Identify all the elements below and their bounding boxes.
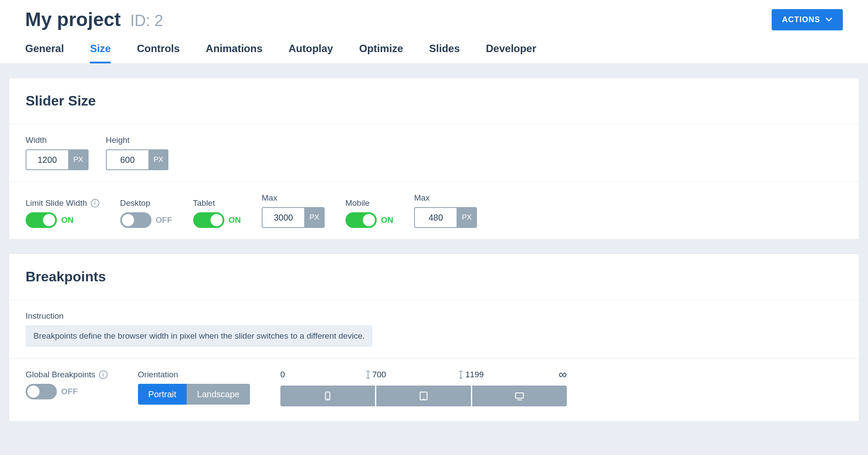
tablet-max-label: Max [262, 193, 325, 203]
desktop-field: Desktop OFF [120, 198, 172, 228]
mobile-state: ON [381, 215, 394, 225]
desktop-icon [514, 391, 525, 401]
info-icon[interactable]: i [91, 199, 99, 208]
tab-autoplay[interactable]: Autoplay [289, 43, 333, 63]
tab-controls[interactable]: Controls [137, 43, 180, 63]
slider-size-title: Slider Size [9, 78, 859, 124]
tab-size[interactable]: Size [90, 43, 111, 63]
actions-button-label: ACTIONS [782, 15, 820, 24]
limit-slide-width-label: Limit Slide Width [26, 198, 87, 208]
global-breakpoints-toggle[interactable] [26, 384, 57, 399]
mobile-icon [322, 391, 333, 401]
height-unit: PX [148, 149, 169, 170]
project-id: ID: 2 [130, 12, 163, 30]
text-cursor-icon [458, 370, 464, 379]
info-icon[interactable]: i [99, 370, 108, 379]
height-label: Height [106, 135, 169, 145]
height-input[interactable] [106, 149, 148, 170]
mobile-max-label: Max [414, 193, 477, 203]
width-label: Width [26, 135, 89, 145]
chevron-down-icon [825, 16, 832, 23]
breakpoint-segment-desktop[interactable] [472, 386, 567, 406]
tabs: General Size Controls Animations Autopla… [25, 43, 843, 63]
tablet-state: ON [229, 215, 241, 225]
limit-slide-width-toggle[interactable] [26, 212, 57, 228]
instruction-text: Breakpoints define the browser width in … [26, 325, 372, 347]
breakpoint-tick-1: 700 [365, 370, 386, 379]
mobile-max-field: Max PX [414, 193, 477, 228]
breakpoint-tick-0: 0 [280, 370, 285, 379]
actions-button[interactable]: ACTIONS [772, 9, 843, 30]
tab-optimize[interactable]: Optimize [359, 43, 403, 63]
mobile-field: Mobile ON [345, 198, 394, 228]
svg-rect-4 [516, 393, 523, 398]
orientation-portrait-button[interactable]: Portrait [138, 384, 187, 405]
slider-size-card: Slider Size Width PX Height PX Limi [9, 78, 859, 240]
limit-slide-width-field: Limit Slide Width i ON [26, 198, 99, 228]
tablet-label: Tablet [193, 198, 241, 208]
tablet-max-field: Max PX [262, 193, 325, 228]
breakpoint-scale: 0 700 1199 ∞ [280, 370, 567, 406]
desktop-toggle[interactable] [120, 212, 151, 228]
tab-general[interactable]: General [25, 43, 64, 63]
breakpoints-card: Breakpoints Instruction Breakpoints defi… [9, 254, 859, 422]
breakpoint-tick-infinity: ∞ [559, 370, 567, 379]
tablet-max-input[interactable] [262, 207, 304, 228]
orientation-landscape-button[interactable]: Landscape [187, 384, 250, 405]
tablet-icon [418, 391, 429, 401]
tab-slides[interactable]: Slides [429, 43, 460, 63]
tab-developer[interactable]: Developer [486, 43, 536, 63]
mobile-toggle[interactable] [345, 212, 377, 228]
limit-slide-width-state: ON [61, 215, 74, 225]
width-input[interactable] [26, 149, 68, 170]
mobile-max-input[interactable] [414, 207, 457, 228]
global-breakpoints-label: Global Breakpoints [26, 370, 95, 379]
text-cursor-icon [365, 370, 371, 379]
breakpoints-title: Breakpoints [9, 254, 859, 300]
breakpoint-segment-mobile[interactable] [280, 386, 375, 406]
page-header: My project ID: 2 ACTIONS General Size Co… [0, 0, 868, 64]
width-unit: PX [68, 149, 89, 170]
desktop-state: OFF [156, 215, 172, 225]
tab-animations[interactable]: Animations [206, 43, 263, 63]
breakpoint-tick-2: 1199 [458, 370, 483, 379]
mobile-label: Mobile [345, 198, 394, 208]
orientation-label: Orientation [138, 370, 250, 379]
page-title: My project [25, 9, 121, 30]
global-breakpoints-field: Global Breakpoints i OFF [26, 370, 108, 399]
tablet-toggle[interactable] [193, 212, 224, 228]
height-field: Height PX [106, 135, 169, 170]
mobile-max-unit: PX [457, 207, 477, 228]
global-breakpoints-state: OFF [61, 387, 78, 396]
tablet-field: Tablet ON [193, 198, 241, 228]
orientation-field: Orientation Portrait Landscape [138, 370, 250, 405]
width-field: Width PX [26, 135, 89, 170]
breakpoint-segment-tablet[interactable] [376, 386, 471, 406]
tablet-max-unit: PX [304, 207, 325, 228]
instruction-label: Instruction [26, 311, 842, 321]
desktop-label: Desktop [120, 198, 172, 208]
